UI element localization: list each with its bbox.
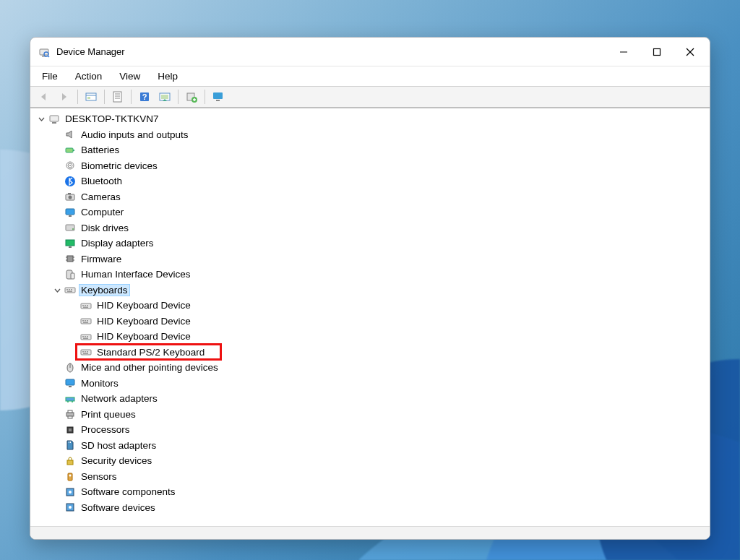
minimize-button[interactable] bbox=[607, 40, 640, 64]
device-item[interactable]: Disk drives bbox=[30, 220, 700, 236]
node-label: Network adapters bbox=[79, 393, 159, 404]
display-icon bbox=[64, 238, 77, 249]
toolbar-scan-button[interactable] bbox=[155, 88, 174, 105]
node-label: Batteries bbox=[79, 145, 121, 155]
device-item[interactable]: Firmware bbox=[30, 251, 700, 267]
toolbar-separator bbox=[131, 90, 132, 104]
device-item[interactable]: Bluetooth bbox=[30, 173, 700, 189]
hid-icon bbox=[64, 269, 77, 280]
svg-rect-58 bbox=[83, 306, 88, 308]
device-item[interactable]: Audio inputs and outputs bbox=[30, 127, 700, 143]
svg-rect-86 bbox=[69, 441, 69, 443]
device-item[interactable]: Cameras bbox=[30, 189, 700, 205]
svg-rect-18 bbox=[161, 95, 168, 99]
menu-action[interactable]: Action bbox=[68, 68, 110, 85]
svg-rect-28 bbox=[73, 150, 74, 151]
device-item[interactable]: Mice and other pointing devices bbox=[30, 360, 700, 376]
menu-view[interactable]: View bbox=[112, 68, 147, 85]
svg-rect-36 bbox=[66, 209, 74, 215]
device-item[interactable]: HID Keyboard Device bbox=[30, 298, 700, 314]
toolbar-remote-button[interactable] bbox=[209, 88, 228, 105]
device-tree[interactable]: DESKTOP-TKTKVN7Audio inputs and outputsB… bbox=[30, 108, 700, 526]
svg-rect-40 bbox=[66, 240, 74, 246]
node-label: Cameras bbox=[79, 191, 122, 202]
svg-rect-71 bbox=[85, 351, 86, 353]
svg-rect-78 bbox=[66, 397, 74, 401]
node-label: HID Keyboard Device bbox=[95, 331, 192, 342]
device-item[interactable]: Print queues bbox=[30, 407, 700, 423]
close-button[interactable] bbox=[674, 40, 707, 64]
svg-rect-37 bbox=[69, 215, 72, 217]
chip-icon bbox=[64, 253, 77, 264]
toolbar-back-button[interactable] bbox=[35, 88, 53, 105]
collapse-icon[interactable] bbox=[52, 285, 62, 295]
device-item[interactable]: Computer bbox=[30, 204, 700, 220]
app-icon bbox=[38, 46, 51, 59]
device-item[interactable]: HID Keyboard Device bbox=[30, 314, 700, 329]
svg-rect-63 bbox=[83, 322, 88, 324]
device-item[interactable]: Network adapters bbox=[30, 391, 700, 407]
device-item[interactable]: HID Keyboard Device bbox=[30, 329, 700, 345]
node-label: DESKTOP-TKTKVN7 bbox=[64, 113, 160, 124]
svg-rect-62 bbox=[87, 320, 88, 322]
window-title: Device Manager bbox=[56, 46, 125, 57]
device-manager-window: Device Manager File Action View Help bbox=[30, 37, 710, 540]
svg-point-92 bbox=[69, 491, 72, 494]
device-item[interactable]: Monitors bbox=[30, 376, 700, 392]
toolbar-properties-button[interactable] bbox=[108, 88, 127, 105]
maximize-button[interactable] bbox=[640, 40, 674, 64]
speaker-icon bbox=[64, 129, 77, 140]
svg-rect-52 bbox=[71, 289, 72, 290]
toolbar-add-driver-button[interactable] bbox=[182, 88, 201, 105]
toolbar-forward-button[interactable] bbox=[55, 88, 74, 105]
menu-help[interactable]: Help bbox=[150, 68, 185, 85]
node-label: Computer bbox=[79, 207, 125, 217]
node-label: Sensors bbox=[79, 471, 119, 482]
computer-root-icon bbox=[48, 113, 61, 125]
svg-rect-77 bbox=[69, 386, 72, 387]
device-item[interactable]: Batteries bbox=[30, 142, 700, 158]
device-category[interactable]: Keyboards bbox=[30, 283, 700, 298]
device-item[interactable]: Standard PS/2 Keyboard bbox=[30, 345, 700, 361]
keyboard-icon bbox=[79, 315, 92, 327]
collapse-icon[interactable] bbox=[36, 114, 46, 124]
svg-rect-51 bbox=[69, 289, 70, 290]
toolbar-help-button[interactable]: ? bbox=[135, 88, 154, 105]
device-item[interactable]: Security devices bbox=[30, 453, 700, 469]
svg-rect-56 bbox=[85, 305, 86, 306]
node-label: Print queues bbox=[79, 409, 137, 420]
svg-rect-5 bbox=[654, 48, 661, 55]
device-category[interactable]: DESKTOP-TKTKVN7 bbox=[30, 111, 700, 127]
toolbar-separator bbox=[104, 90, 105, 104]
sensor-icon bbox=[64, 470, 77, 482]
device-item[interactable]: Processors bbox=[30, 422, 700, 438]
device-item[interactable]: Human Interface Devices bbox=[30, 267, 700, 283]
device-item[interactable]: Sensors bbox=[30, 469, 700, 485]
svg-rect-42 bbox=[67, 256, 73, 262]
toolbar-separator bbox=[77, 90, 78, 104]
svg-rect-61 bbox=[85, 320, 86, 322]
svg-point-80 bbox=[72, 401, 73, 402]
svg-rect-85 bbox=[69, 428, 72, 431]
svg-rect-55 bbox=[82, 305, 84, 306]
battery-icon bbox=[64, 145, 77, 156]
software-icon bbox=[64, 501, 77, 513]
toolbar-show-hidden-button[interactable] bbox=[82, 88, 100, 105]
printer-icon bbox=[64, 408, 77, 420]
device-item[interactable]: Software devices bbox=[30, 500, 700, 516]
svg-rect-70 bbox=[82, 351, 84, 353]
device-item[interactable]: Biometric devices bbox=[30, 158, 700, 174]
node-label: Audio inputs and outputs bbox=[79, 129, 190, 140]
menu-file[interactable]: File bbox=[35, 68, 65, 85]
device-item[interactable]: SD host adapters bbox=[30, 438, 700, 454]
menubar: File Action View Help bbox=[30, 66, 710, 87]
device-item[interactable]: Software components bbox=[30, 484, 700, 500]
node-label: Bluetooth bbox=[79, 176, 124, 186]
svg-rect-35 bbox=[68, 193, 71, 194]
svg-rect-67 bbox=[87, 336, 88, 337]
device-item[interactable]: Display adapters bbox=[30, 236, 700, 251]
content-area: DESKTOP-TKTKVN7Audio inputs and outputsB… bbox=[30, 108, 710, 526]
node-label: Software devices bbox=[79, 502, 157, 513]
svg-rect-73 bbox=[83, 353, 88, 355]
node-label: Processors bbox=[79, 424, 132, 435]
